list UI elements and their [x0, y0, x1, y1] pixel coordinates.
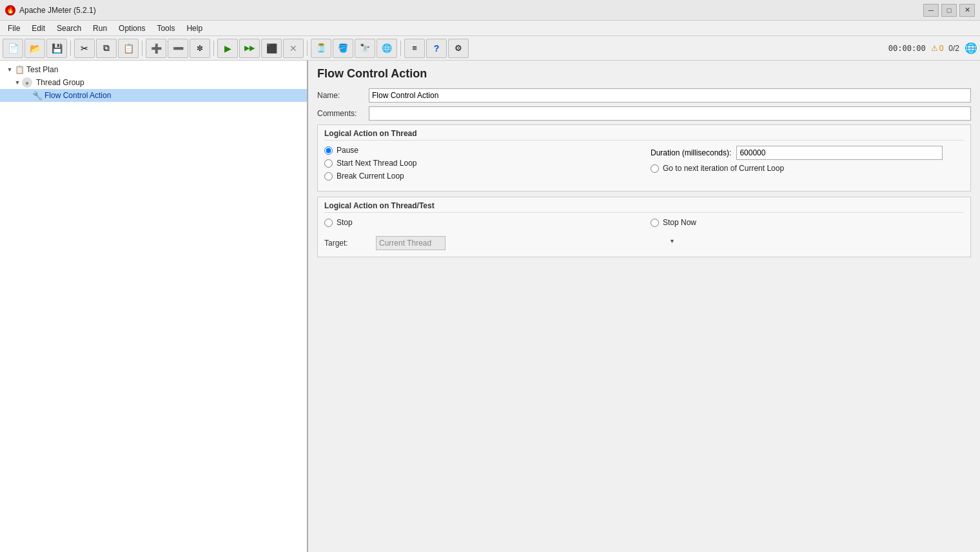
- menu-search[interactable]: Search: [52, 23, 86, 34]
- stop-column: Stop: [324, 218, 638, 231]
- flow-control-label: Flow Control Action: [44, 91, 111, 100]
- radio-grid-thread: Pause Start Next Thread Loop Break Curre…: [324, 146, 964, 184]
- menu-help[interactable]: Help: [181, 23, 208, 34]
- go-next-iter-radio[interactable]: [651, 164, 659, 173]
- stop-now-row: Stop Now: [651, 218, 964, 227]
- target-select-wrapper: Current Thread All Threads: [376, 236, 678, 250]
- target-row: Target: Current Thread All Threads: [324, 236, 964, 250]
- menu-options[interactable]: Options: [113, 23, 150, 34]
- paste-button[interactable]: 📋: [118, 39, 139, 58]
- target-label: Target:: [324, 239, 376, 248]
- stop-button[interactable]: ⬛: [261, 39, 282, 58]
- duration-input[interactable]: [736, 146, 943, 160]
- thread-group-icon: ●: [22, 77, 32, 88]
- target-select[interactable]: Current Thread All Threads: [376, 236, 446, 250]
- content-panel: Flow Control Action Name: Comments: Logi…: [308, 61, 980, 552]
- remove-button[interactable]: ➖: [168, 39, 188, 58]
- title-bar-left: 🔥 Apache JMeter (5.2.1): [5, 5, 96, 15]
- logical-action-thread-test-title: Logical Action on Thread/Test: [324, 201, 964, 213]
- binoculars-button[interactable]: 🔭: [355, 39, 375, 58]
- new-button[interactable]: 📄: [3, 39, 23, 58]
- separator-3: [213, 41, 214, 56]
- app-icon: 🔥: [5, 5, 15, 15]
- menu-tools[interactable]: Tools: [152, 23, 180, 34]
- comments-input[interactable]: [369, 106, 971, 121]
- separator-5: [400, 41, 401, 56]
- globe-icon: 🌐: [965, 42, 977, 54]
- expander-thread-group[interactable]: ▼: [13, 78, 22, 87]
- open-button[interactable]: 📂: [24, 39, 45, 58]
- break-loop-label[interactable]: Break Current Loop: [337, 172, 404, 181]
- stop-label[interactable]: Stop: [337, 218, 353, 227]
- copy-button[interactable]: ⧉: [96, 39, 117, 58]
- help-button[interactable]: ?: [426, 39, 447, 58]
- logical-action-thread-section: Logical Action on Thread Pause Start Nex…: [317, 124, 971, 192]
- jar-button[interactable]: 🫙: [311, 39, 331, 58]
- flow-control-icon: 🔧: [32, 90, 43, 101]
- main-layout: ▼ 📋 Test Plan ▼ ● Thread Group 🔧 Flow Co…: [0, 61, 980, 552]
- warning-count: 0: [939, 44, 944, 53]
- maximize-button[interactable]: □: [941, 4, 957, 17]
- add-button[interactable]: ➕: [146, 39, 166, 58]
- broom-button[interactable]: 🪣: [333, 39, 353, 58]
- tree-item-thread-group[interactable]: ▼ ● Thread Group: [0, 76, 307, 89]
- break-loop-row: Break Current Loop: [324, 172, 638, 181]
- run-no-pause-button[interactable]: ▶▶: [239, 39, 260, 58]
- menu-run[interactable]: Run: [88, 23, 112, 34]
- separator-1: [70, 41, 71, 56]
- close-button[interactable]: ✕: [959, 4, 975, 17]
- remote-button[interactable]: 🌐: [377, 39, 397, 58]
- menu-file[interactable]: File: [3, 23, 25, 34]
- menu-bar: File Edit Search Run Options Tools Help: [0, 21, 980, 36]
- tree-panel: ▼ 📋 Test Plan ▼ ● Thread Group 🔧 Flow Co…: [0, 61, 308, 552]
- go-next-iter-row: Go to next iteration of Current Loop: [651, 164, 964, 173]
- go-next-iter-label[interactable]: Go to next iteration of Current Loop: [663, 164, 784, 173]
- save-button[interactable]: 💾: [46, 39, 67, 58]
- break-loop-radio[interactable]: [324, 172, 333, 181]
- list-button[interactable]: ≡: [404, 39, 425, 58]
- pause-label[interactable]: Pause: [337, 146, 358, 155]
- stop-radio[interactable]: [324, 219, 333, 227]
- name-row: Name:: [317, 88, 971, 103]
- pause-radio[interactable]: [324, 146, 333, 155]
- separator-4: [307, 41, 308, 56]
- title-bar-controls: ─ □ ✕: [923, 4, 975, 17]
- name-input[interactable]: [369, 88, 971, 103]
- expander-test-plan[interactable]: ▼: [5, 65, 14, 74]
- menu-edit[interactable]: Edit: [26, 23, 50, 34]
- clear-button[interactable]: ✼: [190, 39, 210, 58]
- duration-label: Duration (milliseconds):: [651, 148, 731, 157]
- right-column: Duration (milliseconds): Go to next iter…: [651, 146, 964, 184]
- expander-flow-control: [23, 91, 32, 100]
- thread-group-label: Thread Group: [36, 78, 84, 87]
- logical-action-thread-test-section: Logical Action on Thread/Test Stop Stop …: [317, 197, 971, 257]
- page-title: Flow Control Action: [317, 67, 971, 81]
- stop-now-button[interactable]: ✕: [283, 39, 304, 58]
- warning-badge: ⚠ 0: [931, 44, 944, 53]
- cut-button[interactable]: ✂: [74, 39, 95, 58]
- stop-now-label[interactable]: Stop Now: [663, 218, 696, 227]
- start-next-loop-label[interactable]: Start Next Thread Loop: [337, 159, 417, 168]
- test-plan-icon: 📋: [14, 64, 24, 75]
- stop-now-column: Stop Now: [651, 218, 964, 231]
- separator-2: [142, 41, 142, 56]
- radio-grid-thread-test: Stop Stop Now: [324, 218, 964, 231]
- comments-row: Comments:: [317, 106, 971, 121]
- logical-action-thread-title: Logical Action on Thread: [324, 129, 964, 141]
- warning-icon: ⚠: [931, 44, 938, 53]
- run-button[interactable]: ▶: [217, 39, 238, 58]
- options-button[interactable]: ⚙: [448, 39, 469, 58]
- start-next-loop-radio[interactable]: [324, 159, 333, 168]
- stop-row: Stop: [324, 218, 638, 227]
- timer-display: 00:00:00: [888, 44, 926, 53]
- left-column: Pause Start Next Thread Loop Break Curre…: [324, 146, 638, 184]
- stop-now-radio[interactable]: [651, 219, 659, 227]
- toolbar: 📄 📂 💾 ✂ ⧉ 📋 ➕ ➖ ✼ ▶ ▶▶ ⬛ ✕ 🫙 🪣 🔭 🌐 ≡ ? ⚙…: [0, 36, 980, 61]
- minimize-button[interactable]: ─: [923, 4, 939, 17]
- pause-row: Pause: [324, 146, 638, 155]
- name-label: Name:: [317, 91, 369, 100]
- start-next-loop-row: Start Next Thread Loop: [324, 159, 638, 168]
- toolbar-right: 00:00:00 ⚠ 0 0/2 🌐: [888, 42, 977, 54]
- tree-item-flow-control[interactable]: 🔧 Flow Control Action: [0, 89, 307, 102]
- tree-item-test-plan[interactable]: ▼ 📋 Test Plan: [0, 63, 307, 76]
